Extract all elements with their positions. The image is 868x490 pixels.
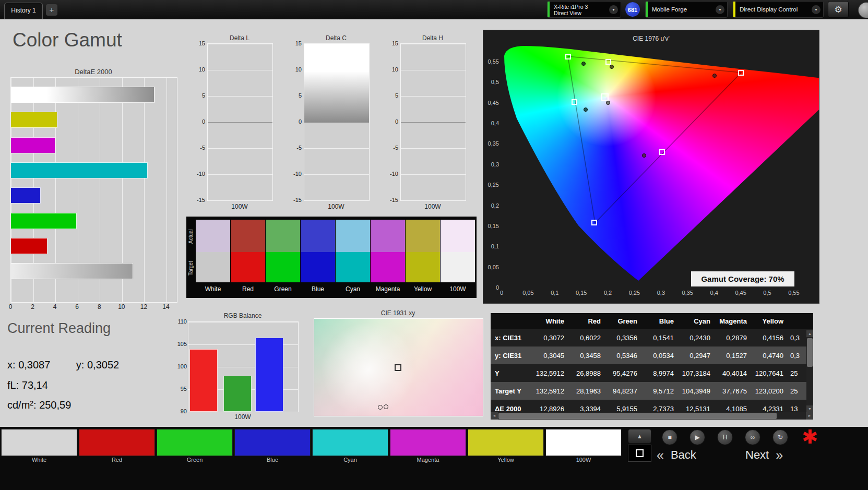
strip-column-green: Green xyxy=(266,220,300,293)
pattern-swatch-color xyxy=(312,429,388,456)
actual-swatch xyxy=(336,220,370,252)
delta-l-title: Delta L xyxy=(207,34,272,42)
pattern-swatch-100w[interactable]: 100W xyxy=(545,429,622,464)
add-tab-button[interactable]: + xyxy=(46,4,57,16)
actual-swatch xyxy=(301,220,335,252)
refresh-button[interactable]: ↻ xyxy=(772,429,788,445)
pattern-swatch-label: Green xyxy=(157,456,233,464)
y-value: 0,3052 xyxy=(87,359,119,371)
delta-l-y-tick-label: 15 xyxy=(195,40,205,46)
delta-h-y-tick-label: -5 xyxy=(388,145,398,151)
strip-column-label: Blue xyxy=(301,285,335,293)
cie1976-panel: CIE 1976 u'v' Gamut Coverage: 70% 0,550,… xyxy=(483,30,819,304)
table-header-row: WhiteRedGreenBlueCyanMagentaYellow xyxy=(491,313,813,329)
rgb-y-tick-label: 110 xyxy=(176,318,187,325)
table-cell: 0,1541 xyxy=(641,334,677,342)
pattern-swatch-red[interactable]: Red xyxy=(79,429,155,464)
scroll-up-button[interactable]: ▲ xyxy=(806,330,813,337)
rgb-gridline xyxy=(188,412,298,412)
vertical-scroll-thumb[interactable] xyxy=(807,338,813,367)
panel-collapse-button[interactable]: ▲ xyxy=(628,429,651,444)
rgb-y-tick-label: 105 xyxy=(176,341,187,347)
cie1976-y-tick-label: 0,05 xyxy=(483,264,499,270)
continuous-read-button[interactable]: ∞ xyxy=(745,429,760,445)
rgb-balance-x-label: 100W xyxy=(188,413,298,421)
table-cell: 40,4014 xyxy=(714,369,751,377)
play-button[interactable]: ▶ xyxy=(689,429,705,445)
cie1976-gamut-triangle xyxy=(483,30,819,303)
square-icon xyxy=(636,449,644,457)
tab-history[interactable]: History 1 xyxy=(4,3,43,19)
pattern-swatch-white[interactable]: White xyxy=(1,429,77,464)
bottom-bar: WhiteRedGreenBlueCyanMagentaYellow100W ▲… xyxy=(0,427,868,490)
chevron-down-icon[interactable]: ▼ xyxy=(609,5,618,14)
pattern-swatch-magenta[interactable]: Magenta xyxy=(390,429,466,464)
stop-button[interactable]: ■ xyxy=(662,429,677,445)
scroll-left-button[interactable]: ◄ xyxy=(491,412,498,420)
strip-column-label: Green xyxy=(266,285,300,293)
table-cell: 0,2430 xyxy=(677,334,714,342)
table-cell: 0,3045 xyxy=(531,352,568,360)
table-cell: 9,5712 xyxy=(641,387,677,395)
back-button[interactable]: « Back xyxy=(657,447,696,463)
table-cell: 12,8926 xyxy=(531,405,568,413)
cie1976-x-tick-label: 0,2 xyxy=(600,290,616,296)
strip-column-label: Cyan xyxy=(336,285,370,293)
rgb-balance-title: RGB Balance xyxy=(188,312,298,319)
delta-c-plot xyxy=(304,43,370,201)
delta-l-y-tick-label: -10 xyxy=(195,171,205,177)
delta-c-gridline xyxy=(304,174,369,175)
table-row-label: Y xyxy=(491,369,531,377)
rgb-bar-red xyxy=(189,349,218,412)
delta-c-y-tick-label: -10 xyxy=(291,171,302,177)
strip-column-100w: 100W xyxy=(441,220,475,293)
cie1976-y-tick-label: 0,35 xyxy=(483,140,499,147)
pattern-swatch-blue[interactable]: Blue xyxy=(234,429,311,464)
pattern-swatch-green[interactable]: Green xyxy=(157,429,233,464)
meter-label: X-Rite i1Pro 3 Direct View xyxy=(554,4,588,16)
table-cell: 0,3356 xyxy=(604,334,641,342)
chevron-down-icon[interactable]: ▼ xyxy=(716,5,724,14)
actual-swatch xyxy=(231,220,265,252)
pattern-swatch-yellow[interactable]: Yellow xyxy=(468,429,544,464)
table-cell: 0,6022 xyxy=(568,334,604,342)
x-value: 0,3087 xyxy=(18,359,50,371)
cie1976-x-tick-label: 0,1 xyxy=(546,290,563,296)
pattern-source-dropdown[interactable]: Mobile Forge ▼ xyxy=(645,1,728,18)
display-control-dropdown[interactable]: Direct Display Control ▼ xyxy=(733,1,824,18)
page-title: Color Gamut xyxy=(13,29,122,51)
delta-l-y-tick-label: -5 xyxy=(195,145,205,151)
pattern-source-label: Mobile Forge xyxy=(652,2,687,17)
rgb-balance-plot xyxy=(188,321,299,412)
target-swatch xyxy=(196,252,230,282)
next-button[interactable]: Next » xyxy=(745,447,783,463)
horizontal-scroll-thumb[interactable] xyxy=(498,413,777,419)
levels-button[interactable]: H xyxy=(717,429,733,445)
table-cell: 37,7675 xyxy=(714,387,751,395)
target-swatch xyxy=(231,252,265,282)
pattern-swatch-cyan[interactable]: Cyan xyxy=(312,429,388,464)
scroll-down-button[interactable]: ▼ xyxy=(806,405,813,412)
corner-button[interactable] xyxy=(858,2,868,18)
pattern-window-button[interactable] xyxy=(628,445,651,462)
table-horizontal-scrollbar[interactable]: ◄ ► xyxy=(491,412,813,420)
delta-c-x-label: 100W xyxy=(304,203,368,210)
strip-column-white: White xyxy=(196,220,230,293)
meter-label-line1: X-Rite i1Pro 3 xyxy=(554,4,588,10)
scroll-right-button[interactable]: ► xyxy=(806,412,813,420)
meter-dropdown[interactable]: X-Rite i1Pro 3 Direct View ▼ xyxy=(547,1,621,18)
table-cell: 0,3072 xyxy=(531,334,568,342)
deltae-x-tick-label: 6 xyxy=(71,303,84,310)
strip-column-blue: Blue xyxy=(301,220,335,293)
chevron-down-icon[interactable]: ▼ xyxy=(812,5,821,14)
fl-value: 73,14 xyxy=(22,379,48,391)
delta-h-plot xyxy=(400,43,466,201)
cie1976-y-tick-label: 0,2 xyxy=(483,202,499,209)
settings-button[interactable]: ⚙ xyxy=(828,1,849,18)
table-vertical-scrollbar[interactable]: ▲ ▼ xyxy=(806,330,813,412)
table-cell: 5,9155 xyxy=(604,405,641,413)
deltae-bar-100w xyxy=(11,263,133,279)
delta-h-y-tick-label: -15 xyxy=(388,197,398,203)
table-cell: 94,8237 xyxy=(604,387,641,395)
delta-c-area xyxy=(304,44,369,122)
